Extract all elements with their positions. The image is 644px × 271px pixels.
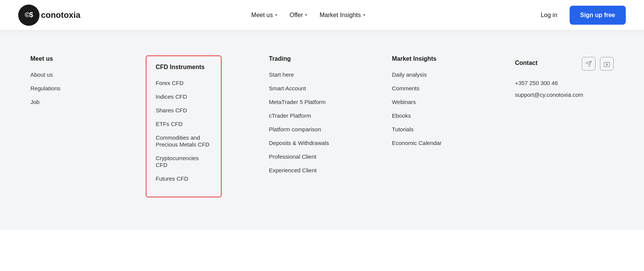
footer-ebooks-link[interactable]: Ebooks bbox=[392, 112, 411, 119]
footer-section: Meet us About us Regulations Job CFD Ins… bbox=[0, 33, 644, 230]
list-item: Comments bbox=[392, 85, 468, 92]
list-item: Platform comparison bbox=[269, 126, 345, 133]
footer-daily-analysis-link[interactable]: Daily analysis bbox=[392, 71, 427, 78]
youtube-icon[interactable] bbox=[600, 57, 614, 71]
nav-offer[interactable]: Offer ▾ bbox=[290, 12, 307, 19]
footer-ctrader-link[interactable]: cTrader Platform bbox=[269, 112, 311, 119]
footer-platform-comparison-link[interactable]: Platform comparison bbox=[269, 126, 321, 132]
list-item: Cryptocurrencies CFD bbox=[156, 155, 212, 169]
footer-smart-account-link[interactable]: Smart Account bbox=[269, 85, 306, 91]
nav-actions: Log in Sign up free bbox=[536, 6, 626, 25]
list-item: Tutorials bbox=[392, 126, 468, 133]
list-item: Deposits & Withdrawals bbox=[269, 140, 345, 147]
svg-marker-3 bbox=[606, 63, 608, 66]
footer-trading-heading: Trading bbox=[269, 55, 345, 62]
telegram-icon[interactable] bbox=[582, 57, 595, 71]
list-item: Forex CFD bbox=[156, 80, 212, 87]
footer-commodities-cfd-link[interactable]: Commodities and Precious Metals CFD bbox=[156, 134, 209, 148]
footer-col-insights: Market Insights Daily analysis Comments … bbox=[392, 55, 468, 197]
footer-crypto-cfd-link[interactable]: Cryptocurrencies CFD bbox=[156, 155, 198, 168]
contact-phone: +357 250 300 46 bbox=[515, 80, 614, 86]
footer-mt5-link[interactable]: MetaTrader 5 Platform bbox=[269, 99, 326, 105]
footer-about-heading: Meet us bbox=[30, 55, 91, 62]
footer-tutorials-link[interactable]: Tutorials bbox=[392, 126, 414, 132]
footer-experienced-client-link[interactable]: Experienced Client bbox=[269, 167, 317, 173]
footer-job-link[interactable]: Job bbox=[30, 99, 39, 105]
list-item: Smart Account bbox=[269, 85, 345, 92]
footer-contact-heading: Contact bbox=[515, 60, 538, 66]
footer-about-list: About us Regulations Job bbox=[30, 71, 91, 106]
list-item: cTrader Platform bbox=[269, 112, 345, 119]
footer-start-here-link[interactable]: Start here bbox=[269, 71, 294, 78]
footer-comments-link[interactable]: Comments bbox=[392, 85, 420, 91]
footer-indices-cfd-link[interactable]: Indices CFD bbox=[156, 93, 187, 100]
footer-etfs-cfd-link[interactable]: ETFs CFD bbox=[156, 121, 183, 127]
footer-col-contact: Contact +357 bbox=[515, 55, 614, 197]
footer-insights-heading: Market Insights bbox=[392, 55, 468, 62]
footer-professional-client-link[interactable]: Professional Client bbox=[269, 153, 316, 160]
list-item: Commodities and Precious Metals CFD bbox=[156, 134, 212, 148]
logo-text: conotoxia bbox=[41, 10, 80, 20]
footer-shares-cfd-link[interactable]: Shares CFD bbox=[156, 107, 187, 113]
footer-col-trading: Trading Start here Smart Account MetaTra… bbox=[269, 55, 345, 197]
nav-links: Meet us ▾ Offer ▾ Market Insights ▾ bbox=[251, 12, 365, 19]
list-item: Futures CFD bbox=[156, 175, 212, 182]
list-item: About us bbox=[30, 71, 91, 78]
list-item: Start here bbox=[269, 71, 345, 78]
footer-cfd-list: Forex CFD Indices CFD Shares CFD ETFs CF… bbox=[156, 80, 212, 182]
footer-col-about: Meet us About us Regulations Job bbox=[30, 55, 91, 197]
nav-market-insights[interactable]: Market Insights ▾ bbox=[320, 12, 365, 19]
chevron-down-icon: ▾ bbox=[305, 13, 307, 17]
footer-insights-list: Daily analysis Comments Webinars Ebooks … bbox=[392, 71, 468, 147]
list-item: Indices CFD bbox=[156, 93, 212, 100]
logo-icon: ©$ bbox=[18, 5, 39, 26]
nav-meet-us[interactable]: Meet us ▾ bbox=[251, 12, 277, 19]
footer-about-us-link[interactable]: About us bbox=[30, 71, 53, 78]
list-item: MetaTrader 5 Platform bbox=[269, 99, 345, 106]
footer-futures-cfd-link[interactable]: Futures CFD bbox=[156, 175, 188, 182]
list-item: Economic Calendar bbox=[392, 140, 468, 147]
footer-webinars-link[interactable]: Webinars bbox=[392, 99, 416, 105]
footer-deposits-withdrawals-link[interactable]: Deposits & Withdrawals bbox=[269, 140, 329, 146]
list-item: Regulations bbox=[30, 85, 91, 92]
list-item: Ebooks bbox=[392, 112, 468, 119]
contact-email: support@cy.conotoxia.com bbox=[515, 91, 614, 98]
chevron-down-icon: ▾ bbox=[363, 13, 365, 17]
list-item: Daily analysis bbox=[392, 71, 468, 78]
footer-col-cfd: CFD Instruments Forex CFD Indices CFD Sh… bbox=[146, 55, 222, 197]
footer-economic-calendar-link[interactable]: Economic Calendar bbox=[392, 140, 442, 146]
footer-grid: Meet us About us Regulations Job CFD Ins… bbox=[30, 55, 614, 197]
list-item: ETFs CFD bbox=[156, 121, 212, 128]
list-item: Shares CFD bbox=[156, 107, 212, 114]
list-item: Job bbox=[30, 99, 91, 106]
list-item: Webinars bbox=[392, 99, 468, 106]
list-item: Experienced Client bbox=[269, 167, 345, 174]
signup-button[interactable]: Sign up free bbox=[570, 6, 626, 25]
footer-trading-list: Start here Smart Account MetaTrader 5 Pl… bbox=[269, 71, 345, 174]
navbar: ©$ conotoxia Meet us ▾ Offer ▾ Market In… bbox=[0, 0, 644, 30]
footer-regulations-link[interactable]: Regulations bbox=[30, 85, 60, 91]
social-icons bbox=[582, 57, 614, 71]
logo[interactable]: ©$ conotoxia bbox=[18, 5, 80, 26]
login-button[interactable]: Log in bbox=[536, 9, 562, 22]
chevron-down-icon: ▾ bbox=[275, 13, 277, 17]
list-item: Professional Client bbox=[269, 153, 345, 160]
footer-forex-cfd-link[interactable]: Forex CFD bbox=[156, 80, 183, 86]
footer-cfd-heading: CFD Instruments bbox=[156, 64, 212, 71]
